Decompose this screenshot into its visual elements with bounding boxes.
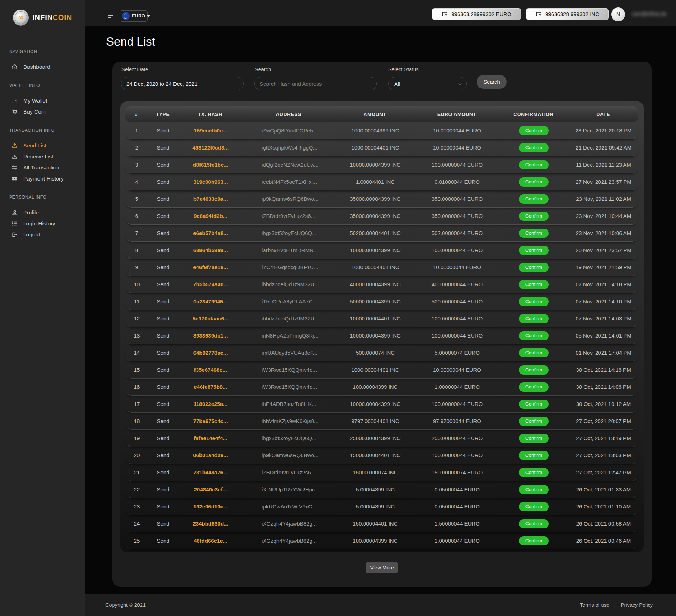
confirmation-cell: Confirm bbox=[499, 177, 568, 187]
confirm-button[interactable]: Confirm bbox=[519, 485, 549, 494]
footer: Copyright © 2021 Terms of use | Privacy … bbox=[85, 594, 676, 616]
confirm-button[interactable]: Confirm bbox=[519, 229, 549, 238]
confirm-button[interactable]: Confirm bbox=[519, 314, 549, 323]
row-number: 8 bbox=[126, 247, 148, 253]
tx-hash-link[interactable]: 731b448a76... bbox=[178, 469, 243, 475]
view-more-button[interactable]: View More bbox=[366, 562, 398, 573]
tx-hash-link[interactable]: e46f9f7ae19... bbox=[178, 264, 243, 270]
tx-hash-link[interactable]: 5e170cfaac6... bbox=[178, 315, 243, 322]
tx-hash-link[interactable]: 9c8a94fd2b... bbox=[178, 213, 243, 219]
sidebar-item-payment-history[interactable]: Payment History bbox=[0, 175, 85, 183]
confirm-button[interactable]: Confirm bbox=[519, 263, 549, 272]
date-range-input[interactable] bbox=[121, 77, 244, 90]
tx-date: 30 Oct, 2021 14:06 PM bbox=[568, 384, 639, 390]
tx-amount: 1000.00004401 INC bbox=[335, 264, 415, 270]
search-label: Search bbox=[255, 67, 271, 72]
tx-hash-link[interactable]: 204840e3ef... bbox=[178, 486, 243, 492]
home-icon bbox=[11, 64, 18, 70]
confirm-button[interactable]: Confirm bbox=[519, 400, 549, 409]
confirm-button[interactable]: Confirm bbox=[519, 194, 549, 204]
sidebar-item-all-transaction[interactable]: All Transaction bbox=[0, 164, 85, 172]
tx-hash-link[interactable]: f35e67468c... bbox=[178, 367, 243, 373]
tx-hash-link[interactable]: b7e4033c9a... bbox=[178, 196, 243, 202]
brand-name: INFINCOIN bbox=[32, 14, 72, 22]
table-row: 22Send204840e3ef...iXrNRUpTRxYWRHpu...5.… bbox=[125, 481, 638, 498]
search-input[interactable] bbox=[254, 77, 377, 90]
confirmation-cell: Confirm bbox=[499, 348, 568, 357]
tx-hash-link[interactable]: 77ba675c4c... bbox=[178, 418, 243, 424]
tx-hash-link[interactable]: e46fe875b8... bbox=[178, 384, 243, 390]
sidebar-item-profile[interactable]: Profile bbox=[0, 209, 85, 216]
search-button[interactable]: Search bbox=[477, 75, 507, 89]
tx-hash-link[interactable]: 159ecefb0e... bbox=[178, 127, 243, 134]
tx-type: Send bbox=[148, 503, 178, 510]
brand-logo[interactable]: ∞ INFINCOIN bbox=[12, 9, 72, 26]
currency-dropdown[interactable]: EURO bbox=[120, 10, 148, 22]
sidebar-item-receive-list[interactable]: Receive List bbox=[0, 153, 85, 161]
column-header: # bbox=[125, 111, 147, 117]
tx-hash-link[interactable]: d8f615fe1bc... bbox=[178, 162, 243, 168]
tx-hash-link[interactable]: 0a23479945... bbox=[178, 298, 243, 304]
tx-date: 07 Nov, 2021 14:18 PM bbox=[568, 281, 639, 287]
sidebar-item-login-history[interactable]: Login History bbox=[0, 220, 85, 228]
tx-address: ipkUGwAoTcWtV9xG... bbox=[243, 503, 335, 510]
confirm-button[interactable]: Confirm bbox=[519, 246, 549, 255]
tx-address: iarbn9HvpETmDRMN... bbox=[243, 247, 335, 253]
confirm-button[interactable]: Confirm bbox=[519, 451, 549, 460]
tx-hash-link[interactable]: 192e06d10c... bbox=[178, 503, 243, 510]
tx-hash-link[interactable]: 46fdd66c1e... bbox=[178, 538, 243, 544]
tx-hash-link[interactable]: 234bbd830d... bbox=[178, 521, 243, 527]
confirm-button[interactable]: Confirm bbox=[519, 434, 549, 443]
balance-euro-button[interactable]: 996363.28999302 EURO bbox=[432, 8, 521, 20]
confirm-button[interactable]: Confirm bbox=[519, 536, 549, 545]
sidebar-item-buy-coin[interactable]: Buy Coin bbox=[0, 108, 85, 116]
tx-hash-link[interactable]: fafae14e4f4... bbox=[178, 435, 243, 441]
tx-amount: 1.00004401 INC bbox=[335, 179, 415, 185]
confirm-button[interactable]: Confirm bbox=[519, 126, 549, 135]
confirm-button[interactable]: Confirm bbox=[519, 519, 549, 528]
tx-hash-link[interactable]: e6eb57b4a8... bbox=[178, 230, 243, 236]
tx-hash-link[interactable]: 64b92778ac... bbox=[178, 350, 243, 356]
confirm-button[interactable]: Confirm bbox=[519, 212, 549, 221]
tx-date: 27 Oct, 2021 13:19 PM bbox=[568, 435, 639, 441]
confirm-button[interactable]: Confirm bbox=[519, 177, 549, 187]
terms-link[interactable]: Terms of use bbox=[580, 602, 609, 608]
column-header: DATE bbox=[568, 111, 638, 117]
avatar[interactable]: N bbox=[611, 7, 625, 21]
tx-euro-amount: 100.00000044 EURO bbox=[415, 401, 499, 407]
tx-euro-amount: 1.00000044 EURO bbox=[415, 538, 499, 544]
sidebar-item-send-list[interactable]: Send List bbox=[0, 142, 85, 150]
balance-inc-button[interactable]: 99636328.999302 INC bbox=[526, 8, 609, 20]
confirm-button[interactable]: Confirm bbox=[519, 143, 549, 152]
menu-toggle-icon[interactable] bbox=[108, 12, 115, 19]
privacy-link[interactable]: Privacy Policy bbox=[621, 602, 653, 608]
sidebar-item-dashboard[interactable]: Dashboard bbox=[0, 63, 85, 71]
confirm-button[interactable]: Confirm bbox=[519, 365, 549, 375]
status-select[interactable]: All bbox=[388, 77, 467, 90]
tx-hash-link[interactable]: 06b01a4d29... bbox=[178, 452, 243, 458]
confirm-button[interactable]: Confirm bbox=[519, 160, 549, 169]
tx-hash-link[interactable]: 118022e25a... bbox=[178, 401, 243, 407]
confirm-button[interactable]: Confirm bbox=[519, 502, 549, 511]
confirm-button[interactable]: Confirm bbox=[519, 382, 549, 392]
tx-date: 26 Oct, 2021 01:33 AM bbox=[568, 486, 639, 492]
tx-hash-link[interactable]: 493122f0cd8... bbox=[178, 145, 243, 151]
tx-amount: 5.00004399 INC bbox=[335, 503, 415, 510]
currency-label: EURO bbox=[132, 14, 145, 19]
tx-hash-link[interactable]: 7b5b574a40... bbox=[178, 281, 243, 287]
confirm-button[interactable]: Confirm bbox=[519, 331, 549, 340]
tx-hash-link[interactable]: 319c00b963... bbox=[178, 179, 243, 185]
confirm-button[interactable]: Confirm bbox=[519, 297, 549, 306]
upload-icon bbox=[11, 142, 18, 149]
tx-date: 05 Nov, 2021 14:01 PM bbox=[568, 333, 639, 339]
tx-hash-link[interactable]: 68864b59e9... bbox=[178, 247, 243, 253]
tx-hash-link[interactable]: 8933639dc1... bbox=[178, 333, 243, 339]
confirm-button[interactable]: Confirm bbox=[519, 348, 549, 357]
sidebar-item-logout[interactable]: Logout bbox=[0, 231, 85, 239]
confirm-button[interactable]: Confirm bbox=[519, 417, 549, 426]
tx-date: 27 Nov, 2021 23:57 PM bbox=[568, 179, 639, 185]
tx-euro-amount: 500.00000044 EURO bbox=[415, 298, 499, 304]
sidebar-item-my-wallet[interactable]: My Wallet bbox=[0, 97, 85, 105]
confirm-button[interactable]: Confirm bbox=[519, 280, 549, 289]
confirm-button[interactable]: Confirm bbox=[519, 468, 549, 477]
